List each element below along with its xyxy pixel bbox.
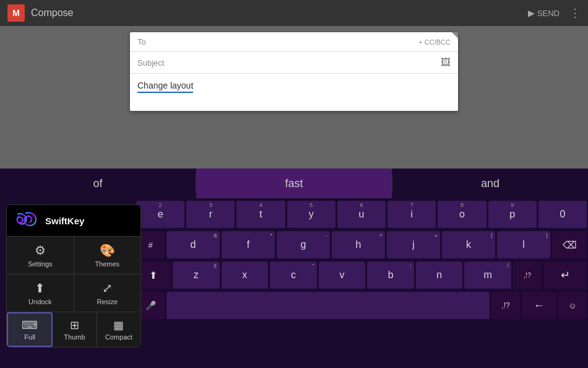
keyboard-area: SwiftKey ⚙ Settings 🎨 Themes ⬆ Undock ⤢ … [0, 198, 588, 368]
key-p[interactable]: 9p [488, 201, 537, 229]
more-icon[interactable]: ⋮ [569, 6, 581, 20]
key-k[interactable]: (k [442, 231, 495, 260]
suggestion-and[interactable]: and [392, 169, 588, 198]
key-emoji[interactable]: ☺ [558, 292, 587, 320]
swiftkey-text: SwiftKey [45, 216, 84, 226]
key-v[interactable]: v [319, 261, 366, 290]
thumb-layout-icon: ⊞ [70, 318, 79, 332]
top-bar: M Compose ▶ SEND ⋮ [0, 0, 588, 26]
themes-label: Themes [95, 260, 119, 268]
resize-icon: ⤢ [102, 281, 113, 296]
undock-label: Undock [28, 298, 51, 305]
key-y[interactable]: 5y [287, 201, 335, 229]
key-row-2: # &d *f -g +h =j (k )l ⌫ [136, 231, 587, 260]
thumb-label: Thumb [64, 333, 85, 341]
key-m[interactable]: /m [464, 261, 511, 290]
key-n[interactable]: n [416, 261, 463, 290]
key-punctuation[interactable]: ,!? [513, 261, 542, 290]
layout-row: ⌨ Full ⊞ Thumb ▦ Compact [7, 312, 141, 347]
key-row-3: ⬆ £z x "c v ;b n /m ,!? ↵ [136, 261, 587, 290]
thumb-layout-button[interactable]: ⊞ Thumb [53, 312, 97, 347]
key-j[interactable]: =j [387, 231, 440, 260]
full-layout-button[interactable]: ⌨ Full [7, 312, 53, 347]
themes-icon: 🎨 [100, 243, 115, 258]
key-c[interactable]: "c [270, 261, 317, 290]
key-l[interactable]: )l [497, 231, 550, 260]
to-input[interactable] [156, 37, 418, 46]
to-label: To [137, 37, 156, 46]
resize-button[interactable]: ⤢ Resize [74, 274, 141, 312]
swiftkey-menu: SwiftKey ⚙ Settings 🎨 Themes ⬆ Undock ⤢ … [6, 204, 141, 348]
keyboard-keys: 2e 3r 4t 5y 6u 7i 8o 9p 0 # &d *f -g +h … [135, 198, 588, 368]
gmail-icon: M [7, 4, 25, 22]
cc-bcc-button[interactable]: + CC/BCC [418, 38, 451, 46]
key-left-arrow[interactable]: ← [522, 292, 556, 320]
body-text: Change layout [137, 81, 193, 93]
settings-button[interactable]: ⚙ Settings [7, 237, 74, 274]
key-0[interactable]: 0 [538, 201, 587, 229]
key-u[interactable]: 6u [337, 201, 386, 229]
key-x[interactable]: x [222, 261, 269, 290]
top-bar-actions: ▶ SEND ⋮ [528, 6, 581, 20]
menu-row-1: ⚙ Settings 🎨 Themes [7, 236, 141, 274]
key-f[interactable]: *f [222, 231, 275, 260]
compose-card: To + CC/BCC Subject 🖼 Change layout [130, 32, 458, 111]
attach-icon[interactable]: 🖼 [441, 57, 451, 68]
subject-field: Subject 🖼 [130, 52, 458, 74]
compact-label: Compact [105, 333, 132, 341]
key-h[interactable]: +h [332, 231, 385, 260]
undock-button[interactable]: ⬆ Undock [7, 274, 74, 312]
compose-body[interactable]: Change layout [130, 74, 458, 111]
key-e[interactable]: 2e [136, 201, 184, 229]
settings-label: Settings [28, 260, 53, 268]
subject-label: Subject [137, 58, 164, 68]
key-space[interactable] [166, 292, 490, 320]
key-g[interactable]: -g [277, 231, 330, 260]
suggestion-of[interactable]: of [0, 169, 196, 198]
suggestion-fast[interactable]: fast [196, 169, 392, 198]
key-t[interactable]: 4t [236, 201, 285, 229]
full-layout-icon: ⌨ [22, 318, 38, 332]
key-shift[interactable]: ⬆ [136, 261, 171, 290]
subject-input[interactable] [164, 58, 441, 68]
key-dot-comma[interactable]: ,!? [491, 292, 520, 320]
resize-label: Resize [97, 298, 118, 305]
full-label: Full [24, 333, 35, 341]
compose-area: To + CC/BCC Subject 🖼 Change layout [0, 26, 588, 169]
settings-icon: ⚙ [35, 243, 46, 258]
key-row-4: 🎤 ,!? ← ☺ [136, 292, 587, 320]
undock-icon: ⬆ [35, 281, 45, 296]
send-button[interactable]: ▶ SEND [528, 8, 560, 18]
to-field: To + CC/BCC [130, 32, 458, 52]
menu-row-2: ⬆ Undock ⤢ Resize [7, 274, 141, 312]
key-backspace[interactable]: ⌫ [552, 231, 587, 260]
compact-layout-button[interactable]: ▦ Compact [97, 312, 141, 347]
swiftkey-logo: SwiftKey [7, 205, 141, 236]
compose-title: Compose [31, 7, 522, 19]
key-enter[interactable]: ↵ [543, 261, 587, 290]
key-i[interactable]: 7i [387, 201, 436, 229]
themes-button[interactable]: 🎨 Themes [74, 237, 141, 274]
suggestion-bar: of fast and [0, 169, 588, 198]
key-o[interactable]: 8o [438, 201, 486, 229]
key-d[interactable]: &d [166, 231, 220, 260]
swiftkey-logo-icon [15, 211, 40, 230]
key-b[interactable]: ;b [367, 261, 414, 290]
key-z[interactable]: £z [173, 261, 220, 290]
key-row-1: 2e 3r 4t 5y 6u 7i 8o 9p 0 [136, 201, 587, 229]
compact-layout-icon: ▦ [113, 318, 124, 332]
key-r[interactable]: 3r [186, 201, 235, 229]
send-icon: ▶ [528, 8, 535, 18]
